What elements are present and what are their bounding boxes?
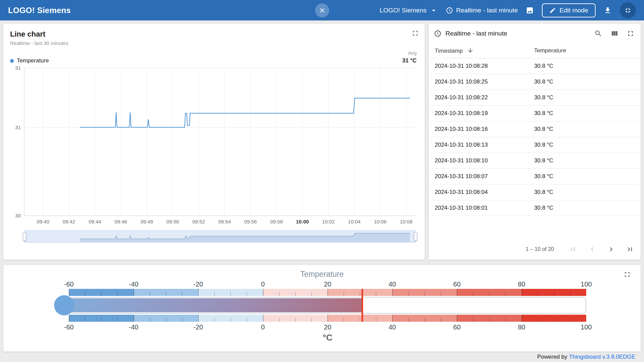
table-row[interactable]: 2024-10-31 10:08:1330.8 °C	[429, 137, 641, 153]
gauge-tick	[392, 315, 393, 322]
gauge-tick	[69, 315, 69, 322]
line-chart-title: Line chart	[10, 30, 418, 39]
table-row[interactable]: 2024-10-31 10:08:0130.8 °C	[429, 200, 641, 216]
gauge-tick-label: 80	[518, 323, 525, 331]
gauge-tick-label: -20	[194, 280, 203, 288]
fullscreen-exit-button[interactable]	[620, 2, 636, 18]
screenshot-button[interactable]	[526, 6, 534, 14]
temperature-gauge: -60-40-20020406080100 -60-40-20020406080…	[69, 279, 586, 343]
temperature-cell: 30.8 °C	[534, 90, 641, 105]
gauge-tick	[392, 289, 393, 296]
gauge-tick	[311, 318, 312, 322]
search-icon	[594, 30, 602, 38]
gauge-tick	[344, 318, 344, 322]
edit-mode-button[interactable]: Edit mode	[542, 3, 596, 17]
temperature-cell: 30.8 °C	[534, 58, 641, 74]
thingsboard-version-link[interactable]: Thingsboard v.3.8.0EDGE	[569, 354, 635, 360]
gauge-tick	[214, 292, 215, 296]
table-row[interactable]: 2024-10-31 10:08:1030.8 °C	[429, 153, 641, 168]
pagination-range: 1 – 10 of 20	[525, 246, 554, 252]
gauge-tube	[69, 297, 586, 314]
gauge-tick-label: -20	[194, 323, 203, 331]
fullscreen-icon	[411, 29, 419, 37]
app-title: LOGO! Siemens	[8, 6, 71, 15]
gauge-tick-label: -40	[129, 280, 138, 288]
table-search-button[interactable]	[594, 30, 602, 38]
next-page-button[interactable]	[604, 243, 618, 256]
prev-page-button[interactable]	[586, 243, 599, 256]
gauge-tick	[198, 289, 199, 296]
gauge-tick-label: 80	[518, 280, 525, 288]
gauge-tick-label: 20	[324, 280, 331, 288]
fullscreen-icon	[627, 30, 635, 38]
column-header-temperature[interactable]: Temperature	[534, 43, 641, 58]
zoom-handle-left[interactable]	[23, 232, 26, 241]
gauge-tick	[85, 292, 85, 296]
chevron-down-icon	[430, 6, 438, 14]
svg-text:10:06: 10:06	[374, 219, 387, 224]
widgets-row: Line chart Realtime - last 30 minutes Av…	[3, 24, 641, 260]
line-chart-fullscreen-button[interactable]	[411, 29, 419, 37]
gauge-tick	[489, 318, 489, 322]
table-actions	[594, 30, 635, 38]
gauge-tick	[441, 318, 441, 322]
gauge-unit-label: °C	[69, 332, 586, 343]
dashboard-selector[interactable]: LOGO! Siemens	[380, 6, 437, 14]
timestamp-cell: 2024-10-31 10:08:13	[429, 137, 534, 153]
gauge-tick	[360, 318, 360, 322]
topbar: LOGO! Siemens LOGO! Siemens Realtime - l…	[0, 0, 644, 20]
table-title-label: Realtime - last minute	[445, 30, 507, 37]
gauge-fullscreen-button[interactable]	[623, 270, 631, 278]
temperature-cell: 30.8 °C	[534, 200, 641, 216]
table-row[interactable]: 2024-10-31 10:08:2530.8 °C	[429, 74, 641, 90]
gauge-tick	[295, 318, 296, 322]
series-color-dot	[10, 59, 14, 63]
svg-text:09:56: 09:56	[244, 219, 257, 224]
temperature-cell: 30.8 °C	[534, 168, 641, 184]
fullscreen-exit-icon	[624, 6, 632, 14]
gauge-tick	[101, 318, 101, 322]
legend-item-temperature[interactable]: Temperature	[10, 57, 49, 64]
table-columns-button[interactable]	[610, 30, 618, 38]
zoom-slider[interactable]	[24, 230, 416, 243]
gauge-tick-label: 100	[581, 323, 592, 331]
gauge-tick	[166, 318, 166, 322]
clock-icon	[446, 7, 453, 14]
zoom-shadow-plot	[25, 231, 416, 242]
table-row[interactable]: 2024-10-31 10:08:1630.8 °C	[429, 121, 641, 137]
zoom-handle-right[interactable]	[414, 232, 417, 241]
temperature-cell: 30.8 °C	[534, 121, 641, 137]
gauge-widget: Temperature -60-40-20020406080100 -60-40…	[3, 265, 641, 352]
table-row[interactable]: 2024-10-31 10:08:2830.8 °C	[429, 58, 641, 74]
table-row[interactable]: 2024-10-31 10:08:2230.8 °C	[429, 90, 641, 105]
gauge-tick	[182, 292, 182, 296]
close-icon	[318, 7, 326, 14]
gauge-tick	[473, 292, 473, 296]
timewindow-button[interactable]: Realtime - last minute	[446, 7, 518, 14]
pencil-icon	[549, 7, 556, 14]
last-page-button[interactable]	[623, 243, 637, 256]
close-button[interactable]	[315, 3, 329, 17]
columns-icon	[610, 30, 618, 38]
gauge-tick	[376, 318, 376, 322]
gauge-tick	[425, 318, 425, 322]
table-row[interactable]: 2024-10-31 10:08:1930.8 °C	[429, 105, 641, 121]
timewindow-label: Realtime - last minute	[456, 7, 518, 14]
table-header: Realtime - last minute	[429, 24, 641, 43]
download-button[interactable]	[604, 6, 612, 14]
svg-text:09:54: 09:54	[218, 219, 231, 224]
first-page-button[interactable]	[567, 243, 580, 256]
table-fullscreen-button[interactable]	[627, 30, 635, 38]
table-row[interactable]: 2024-10-31 10:08:0730.8 °C	[429, 168, 641, 184]
gauge-tick	[457, 289, 457, 296]
table-row[interactable]: 2024-10-31 10:08:0430.8 °C	[429, 184, 641, 200]
timestamp-cell: 2024-10-31 10:08:01	[429, 200, 534, 216]
gauge-bulb	[54, 295, 74, 315]
timestamp-cell: 2024-10-31 10:08:22	[429, 90, 534, 105]
gauge-tick-label: -60	[64, 280, 74, 288]
svg-text:09:42: 09:42	[62, 219, 75, 224]
gauge-tick	[376, 292, 376, 296]
gauge-labels-bottom: -60-40-20020406080100	[69, 322, 586, 332]
svg-text:09:48: 09:48	[140, 219, 153, 224]
column-header-timestamp[interactable]: Timestamp	[429, 43, 534, 58]
